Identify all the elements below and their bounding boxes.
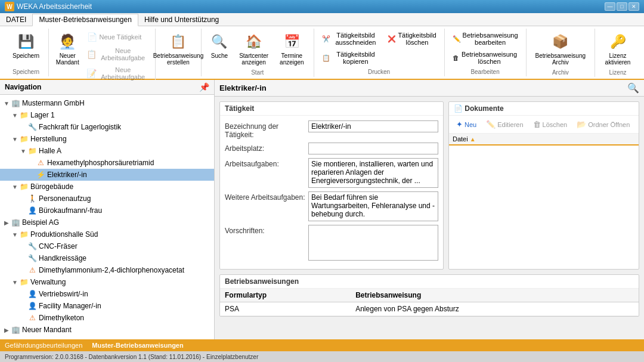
title-bar-left: W WEKA Arbeitssicherheit <box>5 2 92 11</box>
lizenz-label: Lizenz aktivieren <box>604 52 631 66</box>
status-item-gefaehrdung[interactable]: Gefährdungsbeurteilungen <box>5 342 82 349</box>
tree-label-verwaltung: Verwaltung <box>30 278 66 286</box>
dokumente-toolbar: ✦ Neu ✏️ Editieren 🗑 Löschen 📂 <box>449 116 639 134</box>
termine-button[interactable]: 📅 Termine anzeigen <box>275 30 308 68</box>
tree-item-mustermann[interactable]: ▼ 🏢 Mustermann GmbH <box>0 97 214 109</box>
menu-datei[interactable]: DATEI <box>0 13 32 26</box>
person-icon-buerokaufmann: 👤 <box>27 206 37 215</box>
kopieren-icon: 📋 <box>322 54 330 62</box>
tree-item-herstellung[interactable]: ▼ 📁 Herstellung <box>0 133 214 145</box>
content-title: Elektriker/-in <box>219 83 267 92</box>
arbeitsplatz-input[interactable] <box>308 143 438 154</box>
bezeichnung-input[interactable] <box>308 120 438 132</box>
tree-item-vertriebswirt[interactable]: 👤 Vertriebswirt/-in <box>0 288 214 300</box>
ba-archiv-button[interactable]: 📦 Betriebsanweisung Archiv <box>531 30 590 68</box>
tree-item-personenaufzug[interactable]: 🚶 Personenaufzug <box>0 193 214 205</box>
neue-arbeitsaufgabe1-label: Neue Arbeitsaufgabe <box>98 47 147 61</box>
tree-item-buerokaufmann[interactable]: 👤 Bürokaufmann/-frau <box>0 205 214 216</box>
company-icon-mustermann: 🏢 <box>11 98 20 108</box>
tree-item-verwaltung[interactable]: ▼ 📁 Verwaltung <box>0 276 214 288</box>
taetigkeitsbild-kopieren-button[interactable]: 📋 Tätigkeitsbild kopieren <box>319 49 383 67</box>
navigation-title: Navigation <box>5 83 41 91</box>
folder-icon-verwaltung: 📁 <box>19 277 29 287</box>
taetigkeitsbild-loeschen-button[interactable]: ❌ Tätigkeitsbild löschen <box>385 30 439 48</box>
close-button[interactable]: ✕ <box>628 2 639 11</box>
person-icon-personenaufzug: 🚶 <box>27 194 37 203</box>
ba-erstellen-button[interactable]: 📋 Betriebsanweisung erstellen <box>160 30 196 68</box>
suche-icon: 🔍 <box>210 32 229 51</box>
save-button[interactable]: 💾 Speichern <box>8 30 44 61</box>
suche-button[interactable]: 🔍 Suche <box>206 30 233 61</box>
neuer-mandant-button[interactable]: 🧑‍💼 NeuerMandant <box>54 30 81 68</box>
tree-item-hallea[interactable]: ▼ 📁 Halle A <box>0 145 214 157</box>
tree-label-produktionshalle: Produktionshalle Süd <box>30 230 98 239</box>
termine-label: Termine anzeigen <box>279 52 304 66</box>
maximize-button[interactable]: □ <box>617 2 627 11</box>
pin-icon[interactable]: 📌 <box>199 82 209 92</box>
tree-item-elektriker[interactable]: ⚡ Elektriker/-in <box>0 169 214 181</box>
expand-buero: ▼ <box>11 184 19 190</box>
tree-item-buero[interactable]: ▼ 📁 Bürogebäude <box>0 181 214 193</box>
status-item-muster[interactable]: Muster-Betriebsanweisungen <box>92 342 183 349</box>
form-row-arbeitsaufgaben: Arbeitsaufgaben: Sie montieren, installi… <box>225 158 438 188</box>
ba-loeschen-button[interactable]: 🗑 Betriebsanweisung löschen <box>450 49 521 67</box>
arbeitsaufgaben-textarea[interactable]: Sie montieren, installieren, warten und … <box>308 158 438 188</box>
menu-hilfe[interactable]: Hilfe und Unterstützung <box>138 13 225 26</box>
weitere-textarea[interactable]: Bei Bedarf führen sie Wartungsarbeiten, … <box>308 191 438 221</box>
content-search-icon[interactable]: 🔍 <box>627 82 639 94</box>
tree-item-cncfraeser[interactable]: 🔧 CNC-Fräser <box>0 240 214 252</box>
vorschriften-textarea[interactable] <box>308 225 438 261</box>
form-row-bezeichnung: Bezeichnung der Tätigkeit: <box>225 120 438 139</box>
tree-item-lager1[interactable]: ▼ 📁 Lager 1 <box>0 109 214 121</box>
drucken-small-right: ❌ Tätigkeitsbild löschen <box>385 30 439 48</box>
tree-item-facility[interactable]: 👤 Facility Manager/-in <box>0 300 214 312</box>
ribbon-group-speichern: 💾 Speichern Speichern <box>4 29 49 76</box>
tree-item-neuer-mandant[interactable]: ▶ 🏢 Neuer Mandant <box>0 324 214 336</box>
lizenz-icon: 🔑 <box>608 32 627 51</box>
ba-erstellen-icon: 📋 <box>169 32 188 51</box>
ribbon-group-content-erstellen: 🧑‍💼 NeuerMandant 📄 Neue Tätigkeit 📋 Neue… <box>54 30 150 82</box>
ba-row-0[interactable]: PSA Anlegen von PSA gegen Absturz <box>220 302 639 316</box>
dok-sort-icon: ▲ <box>470 136 476 143</box>
dok-neu-button[interactable]: ✦ Neu <box>453 118 480 131</box>
menu-muster[interactable]: Muster-Betriebsanweisungen <box>32 14 138 26</box>
tree-item-produktionshalle[interactable]: ▼ 📁 Produktionshalle Süd <box>0 228 214 240</box>
window-controls: — □ ✕ <box>605 2 639 11</box>
tree-label-lager1: Lager 1 <box>30 111 55 119</box>
taetigkeitsbild-ausschneiden-button[interactable]: ✂️ Tätigkeitsbild ausschneiden <box>319 30 383 48</box>
ribbon-group-content-speichern: 💾 Speichern <box>8 30 44 67</box>
expand-mustermann: ▼ <box>2 100 11 107</box>
tree-label-facility: Facility Manager/-in <box>39 302 101 310</box>
tree-label-neuer-mandant: Neuer Mandant <box>22 326 72 334</box>
kopieren-label: Tätigkeitsbild kopieren <box>332 51 380 65</box>
tree-item-hexamethyl[interactable]: ⚠ Hexamethylphosphorsäuretriamid <box>0 157 214 169</box>
ba-bearbeiten-button[interactable]: ✏️ Betriebsanweisung bearbeiten <box>450 30 521 48</box>
electrical-icon-elektriker: ⚡ <box>36 170 45 180</box>
drucken-small-left: ✂️ Tätigkeitsbild ausschneiden 📋 Tätigke… <box>319 30 383 67</box>
form-row-vorschriften: Vorschriften: <box>225 225 438 261</box>
navigation-panel: Navigation 📌 ▼ 🏢 Mustermann GmbH ▼ 📁 Lag… <box>0 80 215 339</box>
lizenz-aktivieren-button[interactable]: 🔑 Lizenz aktivieren <box>600 30 636 68</box>
ribbon-group-label-drucken: Drucken <box>368 67 390 75</box>
neue-arbeitsaufgabe2-button: 📝 Neue Arbeitsaufgabe <box>83 64 150 82</box>
tree-item-dimethylketon[interactable]: ⚠ Dimethylketon <box>0 312 214 324</box>
ba-header: Betriebsanweisungen <box>220 275 639 289</box>
minimize-button[interactable]: — <box>605 2 615 11</box>
tree-item-dimethylammonium[interactable]: ⚠ Dimethylammonium-2,4-dichlorphenoxyace… <box>0 264 214 276</box>
bezeichnung-label: Bezeichnung der Tätigkeit: <box>225 120 308 139</box>
form-row-weitere: Weitere Arbeitsaufgaben: Bei Bedarf führ… <box>225 191 438 221</box>
startcenter-button[interactable]: 🏠 Startcenter anzeigen <box>235 30 273 68</box>
neue-taetigkeit-icon: 📄 <box>86 32 97 42</box>
tree-item-fachkraft[interactable]: 🔧 Fachkraft für Lagerlogistik <box>0 121 214 133</box>
ba-body: Formulartyp Betriebsanweisung PSA Anlege… <box>220 289 639 316</box>
ribbon-group-label-speichern: Speichern <box>13 67 39 75</box>
ribbon-group-label-lizenz: Lizenz <box>609 68 627 76</box>
ribbon-group-label-bearbeiten: Bearbeiten <box>470 67 499 75</box>
folder-icon-herstellung: 📁 <box>19 134 29 144</box>
chemical-icon-dimethylammonium: ⚠ <box>27 265 37 275</box>
tree-item-beispielag[interactable]: ▶ 🏢 Beispiel AG <box>0 216 214 228</box>
ribbon-group-content-drucken: ✂️ Tätigkeitsbild ausschneiden 📋 Tätigke… <box>319 30 439 67</box>
bearbeiten-small: ✏️ Betriebsanweisung bearbeiten 🗑 Betrie… <box>450 30 521 67</box>
tree-item-handkreissaege[interactable]: 🔧 Handkreissäge <box>0 252 214 264</box>
neue-arbeitsaufgabe2-label: Neue Arbeitsaufgabe <box>98 66 147 81</box>
